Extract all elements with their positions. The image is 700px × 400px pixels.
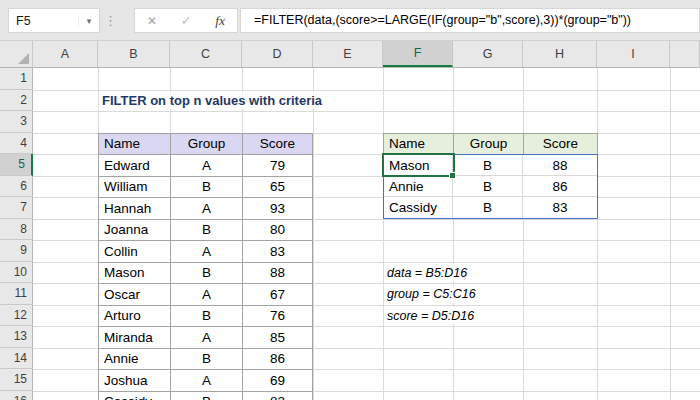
row-header-8[interactable]: 8 [0,219,33,241]
row-header-3[interactable]: 3 [0,111,33,133]
cell[interactable]: A [171,198,243,220]
cell[interactable]: 69 [243,370,313,392]
cell[interactable]: Cassidy [384,197,453,218]
cell[interactable]: 80 [243,220,313,242]
formula-bar-separator-icon: ⋮ [104,8,117,33]
result-header-score[interactable]: Score [524,134,598,156]
row-header-4[interactable]: 4 [0,133,33,155]
cell[interactable]: A [171,370,243,392]
cell[interactable]: B [453,176,523,197]
row-header-13[interactable]: 13 [0,326,33,348]
column-header-partial[interactable] [670,41,700,67]
cell[interactable]: 83 [243,241,313,263]
row-header-14[interactable]: 14 [0,348,33,370]
cell[interactable]: 65 [243,177,313,199]
select-all-corner[interactable] [0,41,33,67]
cell[interactable]: B [171,349,243,371]
cell[interactable]: Hannah [99,198,171,220]
cell[interactable]: Arturo [99,306,171,328]
cell[interactable]: B [171,177,243,199]
column-header-D[interactable]: D [242,41,313,67]
gridline [33,111,700,112]
cell[interactable]: Oscar [99,284,171,306]
row-header-15[interactable]: 15 [0,369,33,391]
cell[interactable]: 88 [243,263,313,285]
column-header-strip: A B C D E F G H I [0,41,700,68]
table-row: Joshua A 69 [99,370,313,392]
insert-function-icon[interactable]: fx [215,13,225,29]
named-range-note-score[interactable]: score = D5:D16 [387,307,477,324]
cell[interactable]: 83 [243,392,313,400]
row-header-10[interactable]: 10 [0,262,33,284]
cell[interactable]: A [171,327,243,349]
column-header-H[interactable]: H [523,41,597,67]
row-header-6[interactable]: 6 [0,176,33,198]
cell[interactable]: 86 [523,176,597,197]
table-row: Annie B 86 [99,349,313,371]
row-header-16[interactable]: 16 [0,391,33,400]
row-header-9[interactable]: 9 [0,240,33,262]
cell[interactable]: A [171,155,243,177]
source-table-header-row: Name Group Score [99,134,313,156]
cell[interactable]: William [99,177,171,199]
column-header-C[interactable]: C [170,41,242,67]
cell[interactable]: Collin [99,241,171,263]
cell[interactable]: Joanna [99,220,171,242]
cell[interactable]: B [171,263,243,285]
result-header-group[interactable]: Group [454,134,524,156]
name-box-dropdown-icon[interactable]: ▾ [78,16,99,26]
cell[interactable]: 83 [523,197,597,218]
column-header-A[interactable]: A [33,41,98,67]
source-header-group[interactable]: Group [171,134,243,156]
named-range-note-group[interactable]: group = C5:C16 [387,286,479,303]
cell[interactable]: 93 [243,198,313,220]
cell[interactable]: A [171,284,243,306]
cell[interactable]: Annie [99,349,171,371]
cell[interactable]: 76 [243,306,313,328]
cell[interactable]: Edward [99,155,171,177]
column-header-I[interactable]: I [597,41,670,67]
cell[interactable]: Joshua [99,370,171,392]
table-row: Cassidy B 83 [99,392,313,400]
table-row: Oscar A 67 [99,284,313,306]
cell[interactable]: B [453,155,523,176]
row-header-11[interactable]: 11 [0,283,33,305]
cell[interactable]: B [171,306,243,328]
column-header-B[interactable]: B [98,41,170,67]
select-all-triangle-icon [18,53,29,64]
column-header-E[interactable]: E [313,41,383,67]
cell[interactable]: 85 [243,327,313,349]
table-row: Hannah A 93 [99,198,313,220]
table-row: Edward A 79 [99,155,313,177]
row-header-12[interactable]: 12 [0,305,33,327]
fill-handle[interactable] [449,172,456,179]
cell[interactable]: A [171,241,243,263]
cell[interactable]: B [453,197,523,218]
cell[interactable]: Annie [384,176,453,197]
cell[interactable]: 86 [243,349,313,371]
enter-icon[interactable]: ✓ [181,13,192,28]
column-header-G[interactable]: G [453,41,523,67]
cell[interactable]: B [171,392,243,400]
source-header-name[interactable]: Name [99,134,171,156]
cell[interactable]: Cassidy [99,392,171,400]
row-header-7[interactable]: 7 [0,197,33,219]
row-header-2[interactable]: 2 [0,90,33,112]
gridline [313,68,314,400]
sheet-title-cell[interactable]: FILTER on top n values with criteria [102,92,325,109]
cell[interactable]: 88 [523,155,597,176]
table-row: Annie B 86 [384,176,597,197]
named-range-note-data[interactable]: data = B5:D16 [387,264,470,281]
cell[interactable]: 79 [243,155,313,177]
formula-input[interactable]: =FILTER(data,(score>=LARGE(IF(group="b",… [240,8,700,33]
cancel-icon[interactable]: ✕ [147,14,157,28]
column-header-F-selected[interactable]: F [383,41,453,67]
cell[interactable]: 67 [243,284,313,306]
row-header-1[interactable]: 1 [0,68,33,90]
cell[interactable]: Mason [99,263,171,285]
cell[interactable]: Miranda [99,327,171,349]
name-box[interactable]: F5 ▾ [8,8,100,33]
source-header-score[interactable]: Score [243,134,313,156]
row-header-5-selected[interactable]: 5 [0,154,33,176]
cell[interactable]: B [171,220,243,242]
